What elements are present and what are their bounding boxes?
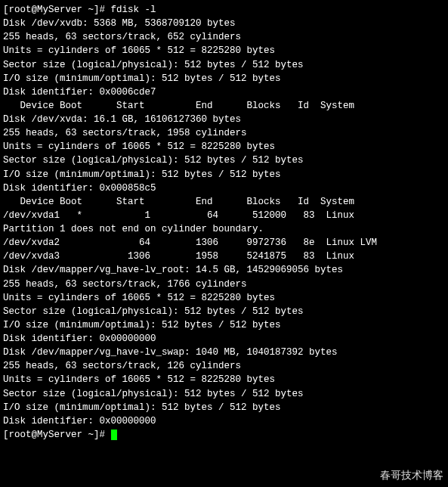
shell-prompt: [root@MyServer ~]# — [3, 430, 111, 440]
cursor-icon — [111, 430, 117, 440]
disk-info: I/O size (minimum/optimal): 512 bytes / … — [3, 72, 445, 85]
partition-header: Device Boot Start End Blocks Id System — [3, 99, 445, 113]
terminal-output: [root@MyServer ~]# fdisk -l Disk /dev/xv… — [3, 3, 445, 442]
partition-row: /dev/xvda1 * 1 64 512000 83 Linux — [3, 209, 445, 222]
partition-header: Device Boot Start End Blocks Id System — [3, 195, 445, 209]
prompt-line: [root@MyServer ~]# fdisk -l — [3, 3, 445, 17]
partition-row: /dev/xvda2 64 1306 9972736 8e Linux LVM — [3, 236, 445, 250]
partition-warning: Partition 1 does not end on cylinder bou… — [3, 222, 445, 236]
disk-info: Units = cylinders of 16065 * 512 = 82252… — [3, 140, 445, 154]
disk-info: Units = cylinders of 16065 * 512 = 82252… — [3, 291, 445, 305]
disk-info: Disk identifier: 0x0006cde7 — [3, 85, 445, 99]
disk-info: Disk /dev/xvdb: 5368 MB, 5368709120 byte… — [3, 17, 445, 30]
disk-info: I/O size (minimum/optimal): 512 bytes / … — [3, 401, 445, 414]
disk-info: Sector size (logical/physical): 512 byte… — [3, 58, 445, 72]
command-text: fdisk -l — [111, 5, 156, 15]
disk-info: Units = cylinders of 16065 * 512 = 82252… — [3, 44, 445, 57]
disk-info: 255 heads, 63 sectors/track, 1766 cylind… — [3, 278, 445, 291]
disk-info: Units = cylinders of 16065 * 512 = 82252… — [3, 373, 445, 386]
disk-info: Sector size (logical/physical): 512 byte… — [3, 387, 445, 401]
disk-info: I/O size (minimum/optimal): 512 bytes / … — [3, 168, 445, 181]
disk-info: Disk /dev/mapper/vg_have-lv_root: 14.5 G… — [3, 263, 445, 277]
watermark-text: 春哥技术博客 — [380, 467, 443, 482]
disk-info: Disk /dev/xvda: 16.1 GB, 16106127360 byt… — [3, 113, 445, 126]
disk-info: 255 heads, 63 sectors/track, 126 cylinde… — [3, 359, 445, 373]
disk-info: I/O size (minimum/optimal): 512 bytes / … — [3, 318, 445, 332]
disk-info: Disk identifier: 0x00000000 — [3, 414, 445, 428]
partition-row: /dev/xvda3 1306 1958 5241875 83 Linux — [3, 250, 445, 263]
prompt-line[interactable]: [root@MyServer ~]# — [3, 428, 445, 442]
disk-info: Sector size (logical/physical): 512 byte… — [3, 305, 445, 318]
disk-info: Disk identifier: 0x00000000 — [3, 332, 445, 346]
disk-info: 255 heads, 63 sectors/track, 652 cylinde… — [3, 30, 445, 44]
shell-prompt: [root@MyServer ~]# — [3, 5, 111, 15]
disk-info: Sector size (logical/physical): 512 byte… — [3, 154, 445, 167]
disk-info: Disk identifier: 0x000858c5 — [3, 181, 445, 195]
disk-info: 255 heads, 63 sectors/track, 1958 cylind… — [3, 126, 445, 140]
disk-info: Disk /dev/mapper/vg_have-lv_swap: 1040 M… — [3, 346, 445, 359]
